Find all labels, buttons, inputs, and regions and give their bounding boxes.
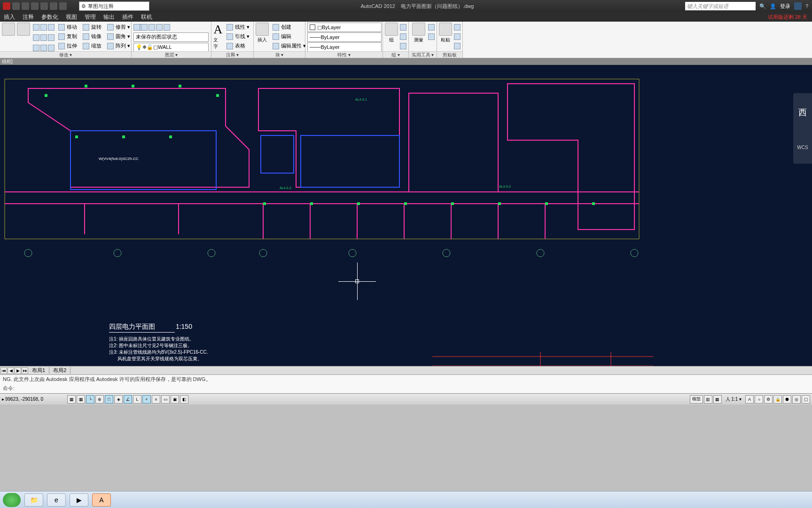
tab-layout1[interactable]: 布局1 <box>28 367 49 374</box>
taskbar-autocad[interactable]: A <box>92 493 111 507</box>
panel-title-clipboard[interactable]: 剪贴板 <box>437 51 462 58</box>
insert-block-button[interactable]: 插入 <box>256 23 269 43</box>
panel-title-utilities[interactable]: 实用工具 ▾ <box>409 51 437 58</box>
anno-visibility-icon[interactable]: A <box>745 395 754 404</box>
model-paper-toggle[interactable]: 模型 <box>690 395 703 404</box>
leader-button[interactable]: 引线 ▾ <box>225 32 251 41</box>
qcalc-icon[interactable] <box>428 32 435 41</box>
qat-redo-icon[interactable] <box>50 2 57 10</box>
move-button[interactable]: 移动 <box>56 23 79 32</box>
measure-button[interactable]: 测量 <box>411 23 426 43</box>
layer-prop-icon[interactable] <box>133 24 140 31</box>
qat-new-icon[interactable] <box>12 2 20 10</box>
grid-toggle[interactable]: ▦ <box>77 395 85 404</box>
help-icon[interactable]: ? <box>805 3 808 9</box>
signin-button[interactable]: 登录 <box>780 3 790 10</box>
help-search-input[interactable]: 键入关键字或短语 <box>685 2 756 10</box>
coordinates-readout[interactable]: 99623, -290168, 0 <box>5 397 66 402</box>
stretch-button[interactable]: 拉伸 <box>56 41 79 50</box>
qat-open-icon[interactable] <box>22 2 29 10</box>
ortho-toggle[interactable]: └ <box>86 395 94 404</box>
command-input-icon[interactable]: ▸ <box>2 397 4 402</box>
menu-output[interactable]: 输出 <box>103 13 115 21</box>
scale-button[interactable]: 缩放 <box>81 41 103 50</box>
menu-view[interactable]: 视图 <box>66 13 77 21</box>
command-line[interactable]: NG. 此文件上次由 Autodesk 应用程序或 Autodesk 许可的应用… <box>0 374 812 393</box>
layout-next-button[interactable]: ▶ <box>15 367 21 374</box>
workspace-switch-icon[interactable]: ⚙ <box>764 395 773 404</box>
workspace-selector[interactable]: 草图与注释 <box>79 1 149 11</box>
quickview-layouts-icon[interactable]: ▥ <box>704 395 712 404</box>
isolate-objects-icon[interactable]: ◎ <box>792 395 801 404</box>
menu-online[interactable]: 联机 <box>141 13 152 21</box>
linetype-dropdown[interactable]: ─── ByLayer <box>307 32 382 42</box>
panel-title-group[interactable]: 组 ▾ <box>383 51 408 58</box>
osnap-toggle[interactable]: □ <box>105 395 113 404</box>
taskbar-media[interactable]: ▶ <box>70 493 88 507</box>
ungroup-icon[interactable] <box>400 32 406 41</box>
drawing-canvas[interactable]: 四层电力平面图 1:150 注1: 插座回路具体位置见建筑专业图纸。 注2: 图… <box>0 65 812 366</box>
polar-toggle[interactable]: ⊕ <box>95 395 104 404</box>
fillet-button[interactable]: 圆角 ▾ <box>105 32 132 41</box>
arc-button[interactable] <box>17 23 30 36</box>
group-select-icon[interactable] <box>400 41 406 50</box>
current-layer-dropdown[interactable]: 💡❄🔓▢ WALL <box>133 43 209 52</box>
layout-prev-button[interactable]: ◀ <box>8 367 14 374</box>
panel-title-modify[interactable]: 修改 ▾ <box>0 51 131 58</box>
panel-title-layers[interactable]: 图层 ▾ <box>132 51 211 58</box>
sc-toggle[interactable]: ◧ <box>180 395 188 404</box>
edit-block-button[interactable]: 编辑 <box>271 32 308 41</box>
menu-parametric[interactable]: 参数化 <box>41 13 58 21</box>
viewcube-face[interactable]: 西 <box>798 107 807 118</box>
ducs-toggle[interactable]: L <box>133 395 141 404</box>
search-icon[interactable]: 🔍 <box>759 3 766 9</box>
start-button[interactable] <box>3 493 21 507</box>
clean-screen-icon[interactable]: ▢ <box>802 395 810 404</box>
qat-plot-icon[interactable] <box>59 2 67 10</box>
menu-plugins[interactable]: 插件 <box>122 13 133 21</box>
signin-icon[interactable]: 👤 <box>770 3 776 9</box>
layout-last-button[interactable]: ⏭ <box>22 367 28 374</box>
taskbar-explorer[interactable]: 📁 <box>24 493 43 507</box>
group-edit-icon[interactable] <box>400 23 406 32</box>
group-button[interactable]: 组 <box>385 23 398 43</box>
taskbar-browser[interactable]: e <box>47 493 66 507</box>
edit-attr-button[interactable]: 编辑属性 ▾ <box>271 41 308 50</box>
array-button[interactable]: 阵列 ▾ <box>105 41 132 50</box>
menu-annotate[interactable]: 注释 <box>23 13 34 21</box>
app-menu-button[interactable] <box>3 2 10 10</box>
osnap3d-toggle[interactable]: ◈ <box>114 395 123 404</box>
layout-first-button[interactable]: ⏮ <box>0 367 7 374</box>
navigation-bar[interactable]: 西 WCS <box>793 93 812 164</box>
annotation-scale[interactable]: 人 1:1 ▾ <box>726 396 742 403</box>
select-all-icon[interactable] <box>428 23 435 32</box>
anno-autoscale-icon[interactable]: ⟐ <box>755 395 763 404</box>
tab-layout2[interactable]: 布局2 <box>49 367 70 374</box>
rotate-button[interactable]: 旋转 <box>81 23 103 32</box>
dyn-toggle[interactable]: + <box>142 395 151 404</box>
cut-icon[interactable] <box>454 23 461 32</box>
qat-save-icon[interactable] <box>31 2 39 10</box>
text-button[interactable]: A文字 <box>213 23 223 50</box>
menu-manage[interactable]: 管理 <box>85 13 96 21</box>
lwt-toggle[interactable]: ≡ <box>152 395 160 404</box>
lineweight-dropdown[interactable]: ─── ByLayer <box>307 42 382 52</box>
exchange-icon[interactable] <box>794 2 802 10</box>
mirror-button[interactable]: 镜像 <box>81 32 103 41</box>
menu-insert[interactable]: 插入 <box>4 13 15 21</box>
trim-button[interactable]: 修剪 ▾ <box>105 23 132 32</box>
otrack-toggle[interactable]: ∠ <box>124 395 132 404</box>
hardware-accel-icon[interactable]: ⬢ <box>783 395 791 404</box>
panel-title-properties[interactable]: 特性 ▾ <box>305 51 383 58</box>
quickview-drawings-icon[interactable]: ▦ <box>713 395 722 404</box>
copy-button[interactable]: 复制 <box>56 32 79 41</box>
paste-button[interactable]: 粘贴 <box>439 23 452 43</box>
qp-toggle[interactable]: ▣ <box>171 395 179 404</box>
dim-linear-button[interactable]: 线性 ▾ <box>225 23 251 32</box>
panel-title-annotation[interactable]: 注释 ▾ <box>211 51 253 58</box>
layer-state-dropdown[interactable]: 未保存的图层状态 <box>133 32 209 42</box>
toolbar-lock-icon[interactable]: 🔒 <box>773 395 782 404</box>
panel-title-block[interactable]: 块 ▾ <box>254 51 305 58</box>
create-block-button[interactable]: 创建 <box>271 23 308 32</box>
match-prop-icon[interactable] <box>454 41 461 50</box>
